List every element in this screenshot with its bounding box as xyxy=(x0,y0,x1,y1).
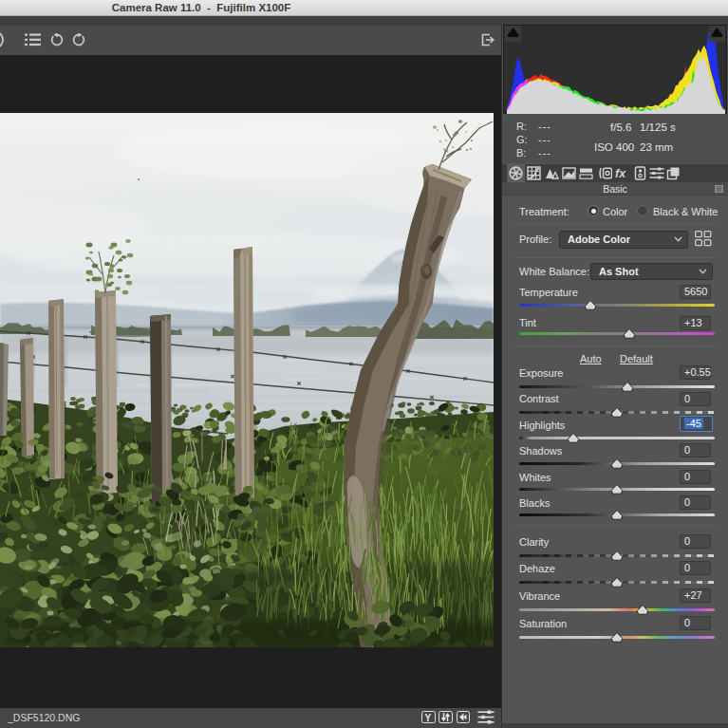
svg-text:fx: fx xyxy=(615,167,626,180)
svg-text:Y: Y xyxy=(424,712,431,722)
